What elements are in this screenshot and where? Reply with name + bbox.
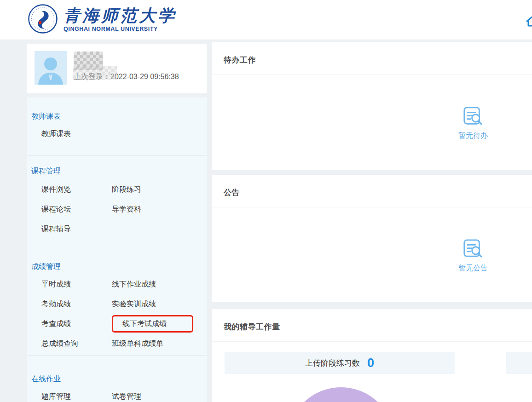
- university-name-en: QINGHAI NORMAL UNIVERSITY: [64, 26, 177, 32]
- sidebar-item-guidance-materials[interactable]: 导学资料: [112, 204, 207, 214]
- sidebar-section-grade-management: 成绩管理 平时成绩 线下作业成绩 考勤成绩 实验实训成绩 考查成绩 线下考试成绩…: [27, 245, 207, 355]
- section-title-online-homework: 在线作业: [31, 374, 207, 384]
- university-name-zh: 青海师范大学: [64, 6, 177, 24]
- sidebar-item-offline-exam-grades-highlighted[interactable]: 线下考试成绩: [112, 315, 193, 333]
- section-title-grade-management: 成绩管理: [31, 262, 207, 272]
- section-title-teacher-schedule: 教师课表: [31, 111, 207, 121]
- workload-pie-chart: [288, 387, 394, 402]
- sidebar-item-courseware-browse[interactable]: 课件浏览: [41, 184, 112, 195]
- list-search-icon: [463, 238, 484, 259]
- sidebar-item-stage-practice[interactable]: 阶段练习: [112, 184, 207, 195]
- stat-box-cutoff: [506, 352, 532, 374]
- announcement-empty-state: 暂无公告: [450, 238, 496, 273]
- stat-value: 0: [367, 357, 374, 369]
- todo-panel: 待办工作 暂无待办: [212, 42, 532, 170]
- page: 青海师范大学 QINGHAI NORMAL UNIVERSITY 上次登录：20…: [0, 0, 532, 402]
- sidebar-item-regular-grades[interactable]: 平时成绩: [41, 279, 112, 289]
- list-search-icon: [463, 106, 484, 127]
- profile-card: 上次登录：2022-03-29 09:56:38: [27, 44, 207, 93]
- todo-panel-title: 待办工作: [212, 42, 532, 75]
- sidebar-item-offline-homework-grades[interactable]: 线下作业成绩: [112, 279, 207, 289]
- sidebar-section-online-homework: 在线作业 题库管理 试卷管理: [27, 355, 207, 402]
- sidebar-item-experiment-training-grades[interactable]: 实验实训成绩: [112, 299, 207, 309]
- sidebar-item-teacher-schedule[interactable]: 教师课表: [41, 129, 112, 139]
- workload-panel-title: 我的辅导工作量: [212, 309, 532, 342]
- announcement-panel-title: 公告: [212, 175, 532, 207]
- stat-label: 上传阶段练习数: [305, 358, 360, 368]
- todo-empty-state: 暂无待办: [450, 106, 496, 141]
- university-logo: 青海师范大学 QINGHAI NORMAL UNIVERSITY: [28, 4, 177, 34]
- announcement-empty-text: 暂无公告: [450, 264, 496, 273]
- sidebar-menu: 教师课表 教师课表 课程管理 课件浏览 阶段练习 课程论坛 导学资料 课程辅导 …: [27, 98, 207, 402]
- sidebar-item-class-single-subject-transcript[interactable]: 班级单科成绩单: [112, 339, 207, 349]
- todo-empty-text: 暂无待办: [450, 131, 496, 141]
- stat-uploaded-stage-exercises: 上传阶段练习数 0: [225, 352, 455, 374]
- sidebar-item-test-paper-management[interactable]: 试卷管理: [112, 391, 207, 402]
- sidebar-item-question-bank-management[interactable]: 题库管理: [41, 391, 112, 402]
- announcement-panel: 公告 暂无公告: [212, 175, 532, 302]
- top-header: 青海师范大学 QINGHAI NORMAL UNIVERSITY: [0, 0, 532, 40]
- workload-panel: 我的辅导工作量 上传阶段练习数 0: [212, 309, 532, 402]
- university-seal-icon: [28, 4, 58, 34]
- home-icon[interactable]: [526, 15, 532, 28]
- sidebar-item-total-grade-query[interactable]: 总成绩查询: [41, 339, 112, 349]
- redacted-blur: [73, 66, 117, 80]
- sidebar-item-course-forum[interactable]: 课程论坛: [41, 204, 112, 214]
- university-name: 青海师范大学 QINGHAI NORMAL UNIVERSITY: [64, 6, 177, 32]
- user-avatar: [35, 51, 67, 85]
- section-title-course-management: 课程管理: [31, 166, 207, 176]
- sidebar-section-course-management: 课程管理 课件浏览 阶段练习 课程论坛 导学资料 课程辅导: [27, 155, 207, 245]
- sidebar-item-course-tutoring[interactable]: 课程辅导: [41, 224, 112, 234]
- sidebar-item-attendance-grades[interactable]: 考勤成绩: [41, 299, 112, 309]
- sidebar-section-teacher-schedule: 教师课表 教师课表: [27, 98, 207, 155]
- sidebar-item-assessment-grades[interactable]: 考查成绩: [41, 319, 112, 329]
